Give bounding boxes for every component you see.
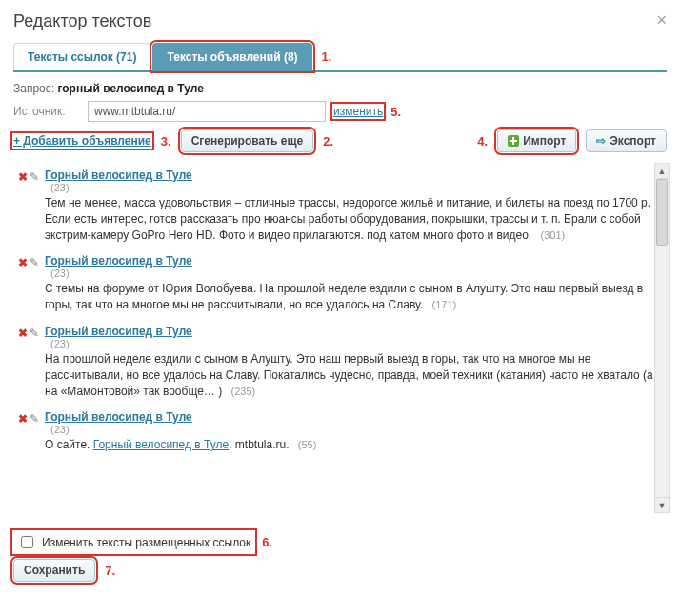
annotation-number: 7. [105,564,115,578]
list-item: ✖ ✎ Горный велосипед в Туле (23) На прош… [14,319,660,405]
annotation-number: 5. [390,105,401,119]
save-button[interactable]: Сохранить [13,559,95,582]
query-value: горный велосипед в Туле [57,82,203,95]
toolbar: + Добавить объявление 3. Сгенерировать е… [13,129,667,152]
annotation-number: 1. [322,50,332,64]
item-title-link[interactable]: Горный велосипед в Туле [45,410,192,424]
item-count: (23) [50,338,656,349]
ad-list-container: ✖ ✎ Горный велосипед в Туле (23) Тем не … [13,162,667,514]
item-text: С темы на форуме от Юрия Волобуева. На п… [45,281,656,313]
delete-icon[interactable]: ✖ [18,327,28,399]
annotation-number: 6. [262,535,272,549]
scrollbar[interactable]: ▲ ▼ [654,163,670,513]
inline-link[interactable]: Горный велосипед в Туле [93,438,229,451]
pencil-icon[interactable]: ✎ [30,327,39,399]
import-button[interactable]: Импорт [497,129,576,152]
annotation-number: 4. [477,134,488,149]
source-label: Источник: [13,105,80,118]
item-text: На прошлой неделе ездили с сыном в Алушт… [45,351,656,399]
annotation-number: 2. [323,134,333,149]
export-button[interactable]: ⇨ Экспорт [586,129,667,152]
source-input[interactable] [88,101,326,122]
pencil-icon[interactable]: ✎ [30,412,39,453]
list-item: ✖ ✎ Горный велосипед в Туле (23) Тем не … [14,163,660,248]
delete-icon[interactable]: ✖ [18,170,28,243]
scroll-down-icon[interactable]: ▼ [655,497,669,512]
list-item: ✖ ✎ Горный велосипед в Туле (23) С темы … [14,248,660,319]
item-text: О сайте. Горный велосипед в Туле. mtbtul… [45,437,656,453]
item-title-link[interactable]: Горный велосипед в Туле [45,254,192,268]
dialog-title: Редактор текстов [13,11,151,31]
item-title-link[interactable]: Горный велосипед в Туле [45,169,192,182]
item-title-link[interactable]: Горный велосипед в Туле [45,325,192,338]
delete-icon[interactable]: ✖ [18,256,28,313]
add-ad-button[interactable]: + Добавить объявление [13,134,151,148]
close-icon[interactable]: × [656,11,667,29]
tabs: Тексты ссылок (71) Тексты объявлений (8)… [13,43,667,72]
tab-ad-texts[interactable]: Тексты объявлений (8) [152,43,311,70]
list-item: ✖ ✎ Горный велосипед в Туле (23) О сайте… [14,405,660,459]
source-row: Источник: изменить 5. [13,101,667,122]
ad-list: ✖ ✎ Горный велосипед в Туле (23) Тем не … [14,163,666,513]
item-length: (235) [231,386,256,397]
footer: Изменить тексты размещенных ссылок 6. Со… [13,531,667,582]
item-text: Тем не менее, масса удовольствия – отлич… [45,195,656,243]
item-length: (301) [541,229,566,241]
change-links-label: Изменить тексты размещенных ссылок [42,536,250,549]
change-links-checkbox[interactable] [21,536,33,548]
export-icon: ⇨ [596,134,606,148]
delete-icon[interactable]: ✖ [18,412,28,453]
item-count: (23) [50,182,656,193]
item-count: (23) [50,424,656,435]
scroll-thumb[interactable] [656,179,668,246]
pencil-icon[interactable]: ✎ [30,256,39,313]
change-source-link[interactable]: изменить [333,105,383,118]
import-label: Импорт [523,134,566,148]
item-count: (23) [50,268,656,279]
export-label: Экспорт [610,134,656,148]
pencil-icon[interactable]: ✎ [30,170,39,243]
change-links-row[interactable]: Изменить тексты размещенных ссылок [13,531,254,553]
query-label: Запрос: [13,82,54,95]
generate-more-button[interactable]: Сгенерировать еще [181,129,314,152]
tab-link-texts[interactable]: Тексты ссылок (71) [13,43,150,70]
item-length: (171) [432,299,457,310]
scroll-up-icon[interactable]: ▲ [655,164,669,179]
plus-icon [508,135,519,147]
item-length: (55) [298,439,317,450]
query-row: Запрос: горный велосипед в Туле [13,82,667,95]
annotation-number: 3. [161,134,171,149]
